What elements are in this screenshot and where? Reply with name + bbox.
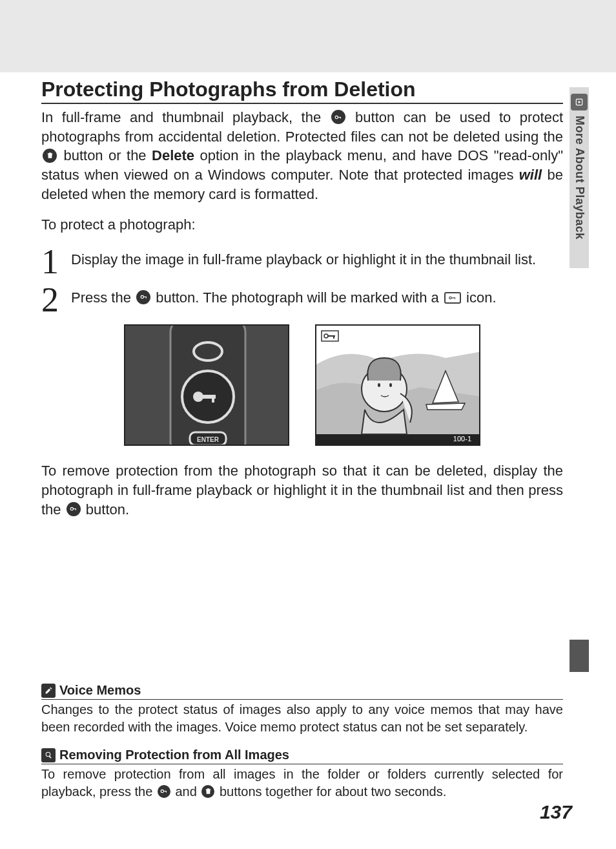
protect-key-icon <box>158 785 170 798</box>
svg-rect-29 <box>333 335 334 339</box>
svg-point-24 <box>389 383 392 387</box>
step2-mid: button. The photograph will be marked wi… <box>156 289 443 306</box>
svg-point-30 <box>70 508 73 510</box>
protect-key-icon <box>67 502 81 516</box>
figure-row: ENTER <box>41 324 563 446</box>
svg-rect-4 <box>340 117 341 119</box>
section-tab-label: More About Playback <box>573 116 586 240</box>
step-1: 1 Display the image in full-frame playba… <box>41 246 563 278</box>
protect-key-icon <box>136 290 150 304</box>
intro-will-word: will <box>519 167 542 183</box>
intro-text-1: In full-frame and thumbnail playback, th… <box>41 109 330 125</box>
remove-all-mid: and <box>175 784 200 799</box>
pencil-note-icon <box>41 684 56 698</box>
voice-memos-text: Changes to the protect status of images … <box>41 701 563 736</box>
playback-tab-icon <box>571 94 588 110</box>
remove-all-note: Removing Protection from All Images To r… <box>41 748 563 801</box>
svg-point-35 <box>161 790 164 793</box>
svg-point-5 <box>141 296 143 299</box>
manual-page: More About Playback Protecting Photograp… <box>0 0 616 849</box>
step2-after: icon. <box>466 289 496 306</box>
intro-delete-word: Delete <box>152 147 194 163</box>
intro-text-3: button or the <box>63 147 152 163</box>
svg-point-33 <box>46 752 50 757</box>
protect-overlay-icon <box>444 292 461 304</box>
voice-memos-title: Voice Memos <box>59 683 141 698</box>
section-tab: More About Playback <box>570 87 589 268</box>
thumb-index-marker <box>570 640 589 672</box>
figure-protected-photo: 100-1 <box>315 324 480 446</box>
remove-all-text: To remove protection from all images in … <box>41 766 563 801</box>
svg-point-8 <box>449 297 452 299</box>
intro-paragraph: In full-frame and thumbnail playback, th… <box>41 108 563 204</box>
notes-area: Voice Memos Changes to the protect statu… <box>41 675 563 801</box>
voice-memos-note: Voice Memos Changes to the protect statu… <box>41 683 563 736</box>
step-2: 2 Press the button. The photograph will … <box>41 284 563 316</box>
play-triangle-icon <box>575 98 584 107</box>
svg-rect-10 <box>455 297 455 299</box>
step2-before: Press the <box>71 289 135 306</box>
page-content: Protecting Photographs from Deletion In … <box>41 78 563 530</box>
step-2-number: 2 <box>41 284 65 316</box>
protect-key-icon <box>331 110 345 124</box>
trash-icon <box>201 785 214 798</box>
remove-paragraph: To remove protection from the photograph… <box>41 461 563 519</box>
magnifier-note-icon <box>41 748 56 762</box>
section-title: Protecting Photographs from Deletion <box>41 78 563 104</box>
remove-after: button. <box>86 501 129 518</box>
voice-memos-heading: Voice Memos <box>41 683 563 700</box>
svg-rect-7 <box>145 297 146 299</box>
svg-point-2 <box>335 116 338 118</box>
figure-camera-button: ENTER <box>124 324 289 446</box>
remove-all-heading: Removing Protection from All Images <box>41 748 563 764</box>
step-1-number: 1 <box>41 246 65 278</box>
lead-text: To protect a photograph: <box>41 215 563 235</box>
svg-rect-17 <box>212 395 214 403</box>
svg-rect-34 <box>48 756 51 759</box>
remove-all-after: buttons together for about two seconds. <box>220 784 446 799</box>
page-number: 137 <box>540 801 572 823</box>
svg-text:ENTER: ENTER <box>197 436 220 443</box>
svg-rect-32 <box>76 508 76 510</box>
trash-icon <box>43 149 57 163</box>
remove-all-title: Removing Protection from All Images <box>59 748 289 762</box>
svg-rect-37 <box>166 791 167 793</box>
figure-caption: 100-1 <box>449 434 475 443</box>
header-band <box>0 0 616 72</box>
step-1-text: Display the image in full-frame playback… <box>71 246 563 269</box>
step-2-text: Press the button. The photograph will be… <box>71 284 563 308</box>
svg-marker-1 <box>579 101 581 104</box>
svg-point-23 <box>378 383 380 387</box>
